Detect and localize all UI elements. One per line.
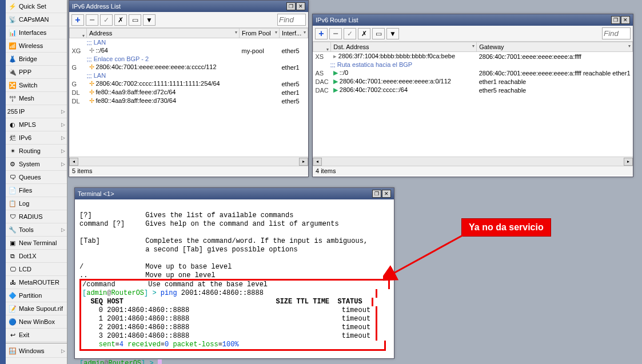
add-button[interactable]: + <box>315 28 328 39</box>
remove-button[interactable]: − <box>329 28 342 39</box>
col-gateway[interactable]: Gateway <box>477 42 633 52</box>
chevron-right-icon: ▷ <box>61 148 65 154</box>
table-row[interactable]: AS▶ ::/02806:40c:7001:eeee:eeee:eeee:a:f… <box>313 69 633 77</box>
sidebar-item-label: Make Supout.rif <box>19 305 63 312</box>
close-icon[interactable]: ✕ <box>382 190 391 198</box>
menu-icon: 🔌 <box>8 67 17 77</box>
menu-icon: 🔧 <box>8 225 17 234</box>
terminal-body[interactable]: [?] Gives the list of available commands… <box>75 199 394 358</box>
table-row[interactable]: DL✢ fe80::4aa9:8aff:feee:d72c/64ether1 <box>70 88 308 97</box>
menu-icon: ⚙ <box>8 159 17 169</box>
find-input[interactable] <box>277 14 306 26</box>
sidebar-item-new-terminal[interactable]: ▣New Terminal <box>6 237 67 250</box>
window-title[interactable]: IPv6 Address List ❐ ✕ <box>69 1 308 12</box>
sidebar-item-radius[interactable]: 🛡RADIUS <box>6 210 67 223</box>
filter-button[interactable]: ▼ <box>143 14 155 26</box>
col-flags[interactable] <box>313 42 331 52</box>
sidebar-item-queues[interactable]: 🗨Queues <box>6 171 67 184</box>
find-input[interactable] <box>602 27 631 39</box>
sidebar-item-exit[interactable]: ↩Exit <box>6 329 67 342</box>
disable-button[interactable]: ✗ <box>114 14 127 26</box>
sidebar-item-make-supout.rif[interactable]: 📝Make Supout.rif <box>6 302 67 315</box>
col-interface[interactable]: Interf... <box>280 29 308 38</box>
sidebar-item-ip[interactable]: 255IP▷ <box>6 105 67 118</box>
sidebar-item-bridge[interactable]: 👗Bridge <box>6 53 67 66</box>
table-row[interactable]: XS▸ 2806:3f7:1004:bbbb:bbbb:bbbb:f0ca:be… <box>313 52 633 61</box>
col-dst-address[interactable]: Dst. Address <box>331 42 477 52</box>
route-table: Dst. Address Gateway XS▸ 2806:3f7:1004:b… <box>313 42 633 94</box>
window-title[interactable]: IPv6 Route List ❐ ✕ <box>313 14 633 26</box>
table-row[interactable]: G✢ 2806:40c:7002:cccc:1111:1111:1111:254… <box>70 79 308 88</box>
sidebar-item-label: Bridge <box>19 55 37 62</box>
sidebar-item-label: Switch <box>19 82 37 89</box>
add-button[interactable]: + <box>71 14 84 26</box>
comment-button[interactable]: ▭ <box>129 14 141 26</box>
menu-icon: ⧉ <box>8 251 17 261</box>
sidebar-item-new-winbox[interactable]: 🔵New WinBox <box>6 315 67 329</box>
window-address-list: IPv6 Address List ❐ ✕ + − ✓ ✗ ▭ ▼ Addres… <box>69 0 309 177</box>
arrow-icon <box>383 229 486 286</box>
sidebar-item-label: IP <box>19 108 25 115</box>
sidebar-item-switch[interactable]: 🔀Switch <box>6 79 67 92</box>
sidebar-item-interfaces[interactable]: 📊Interfaces <box>6 26 67 39</box>
window-title-text: IPv6 Address List <box>72 3 121 10</box>
sidebar-item-quick-set[interactable]: ⚡Quick Set <box>6 0 67 13</box>
sidebar: ⚡Quick Set📡CAPsMAN📊Interfaces📶Wireless👗B… <box>6 0 67 364</box>
col-from-pool[interactable]: From Pool <box>240 29 280 38</box>
sidebar-item-routing[interactable]: ✴Routing▷ <box>6 145 67 158</box>
menu-icon: 🛡 <box>8 212 17 221</box>
sidebar-item-metarouter[interactable]: 🖧MetaROUTER <box>6 276 67 289</box>
restore-icon[interactable]: ❐ <box>286 2 296 10</box>
sidebar-item-label: Tools <box>19 226 34 233</box>
footer-count: 5 items <box>72 167 92 174</box>
close-icon[interactable]: ✕ <box>296 2 305 10</box>
sidebar-item-system[interactable]: ⚙System▷ <box>6 158 67 171</box>
menu-icon: 🔷 <box>8 291 17 300</box>
table-row[interactable]: XG✢ ::/64my-poolether5 <box>70 46 308 55</box>
remove-button[interactable]: − <box>86 14 98 26</box>
table-row[interactable]: DAC▶ 2806:40c:7001:eeee:eeee:eeee:a:0/11… <box>313 77 633 86</box>
sidebar-item-label: New Terminal <box>19 239 57 246</box>
col-flags[interactable] <box>70 29 87 38</box>
sidebar-item-label: Quick Set <box>19 3 46 10</box>
window-title[interactable]: Terminal <1> ❐ ✕ <box>75 188 394 199</box>
sidebar-item-windows[interactable]: 🪟Windows▷ <box>6 345 67 358</box>
enable-button[interactable]: ✓ <box>344 28 356 39</box>
chevron-right-icon: ▷ <box>61 348 65 354</box>
sidebar-item-label: MPLS <box>19 121 36 128</box>
filter-button[interactable]: ▼ <box>386 28 399 39</box>
menu-icon: 📝 <box>8 304 17 313</box>
sidebar-item-wireless[interactable]: 📶Wireless <box>6 39 67 53</box>
sidebar-item-mesh[interactable]: °¦°Mesh <box>6 92 67 105</box>
sidebar-item-label: Partition <box>19 292 42 299</box>
sidebar-item-label: IPv6 <box>19 134 31 141</box>
close-icon[interactable]: ✕ <box>621 16 630 24</box>
sidebar-item-ipv6[interactable]: 烂IPv6▷ <box>6 131 67 145</box>
sidebar-item-tools[interactable]: 🔧Tools▷ <box>6 223 67 237</box>
sidebar-item-partition[interactable]: 🔷Partition <box>6 289 67 302</box>
window-title-text: IPv6 Route List <box>316 17 358 23</box>
restore-icon[interactable]: ❐ <box>372 190 381 198</box>
sidebar-item-mpls[interactable]: ◐MPLS▷ <box>6 118 67 131</box>
comment-button[interactable]: ▭ <box>372 28 385 39</box>
col-address[interactable]: Address <box>87 29 240 38</box>
enable-button[interactable]: ✓ <box>100 14 113 26</box>
section-label: ;;; LAN <box>70 38 308 47</box>
disable-button[interactable]: ✗ <box>358 28 370 39</box>
sidebar-item-log[interactable]: 📋Log <box>6 197 67 210</box>
sidebar-item-dot1x[interactable]: ⧉Dot1X <box>6 250 67 263</box>
sidebar-item-capsman[interactable]: 📡CAPsMAN <box>6 13 67 26</box>
sidebar-item-files[interactable]: 📄Files <box>6 184 67 197</box>
table-row[interactable]: G✢ 2806:40c:7001:eeee:eeee:eeee:a:cccc/1… <box>70 63 308 71</box>
address-table: Address From Pool Interf... ;;; LANXG✢ :… <box>69 28 308 105</box>
window-route-list: IPv6 Route List ❐ ✕ + − ✓ ✗ ▭ ▼ Dst. Add… <box>312 14 633 177</box>
scrollbar-x[interactable]: ◂▸ <box>69 157 308 166</box>
restore-icon[interactable]: ❐ <box>611 16 620 24</box>
sidebar-item-lcd[interactable]: 🖵LCD <box>6 263 67 276</box>
sidebar-item-ppp[interactable]: 🔌PPP <box>6 66 67 79</box>
menu-icon: 🖧 <box>8 278 17 287</box>
scrollbar-x[interactable]: ◂▸ <box>313 157 633 166</box>
table-row[interactable]: DL✢ fe80::4aa9:8aff:feee:d730/64ether5 <box>70 97 308 105</box>
chevron-right-icon: ▷ <box>61 135 65 141</box>
table-row[interactable]: DAC▶ 2806:40c:7002:cccc::/64ether5 reach… <box>313 86 633 94</box>
